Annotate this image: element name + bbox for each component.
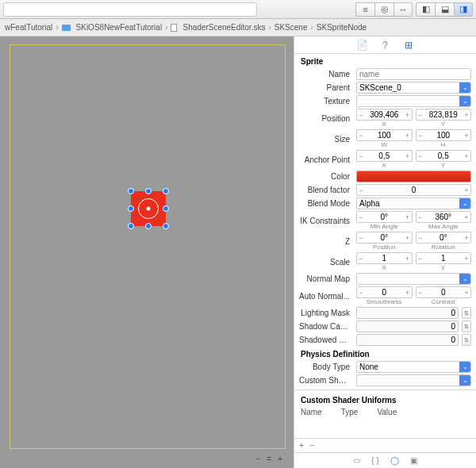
shadow-cast-field[interactable]: 0 — [356, 320, 459, 332]
scale-x-stepper[interactable]: −1+ — [356, 252, 413, 264]
z-rotation-stepper[interactable]: −0°+ — [416, 232, 472, 244]
breadcrumb-item[interactable]: wFeatTutorial — [5, 23, 52, 32]
resize-handle[interactable] — [128, 188, 134, 194]
breadcrumb-item[interactable]: SKiOS8NewFeatTutorial — [76, 23, 163, 32]
folder-icon — [62, 25, 71, 31]
stepper-icon[interactable]: ⇅ — [462, 334, 471, 346]
file-template-tab[interactable]: ▭ — [353, 456, 360, 465]
resize-handle[interactable] — [128, 223, 134, 229]
media-library-tab[interactable]: ▣ — [410, 456, 417, 465]
standard-editor-button[interactable]: ≡ — [355, 2, 374, 17]
add-uniform-button[interactable]: + — [299, 441, 304, 450]
field-label: Auto Normal... — [299, 292, 353, 301]
breadcrumb-item[interactable]: SKScene — [274, 23, 308, 32]
code-snippet-tab[interactable]: { } — [371, 456, 378, 465]
size-w-stepper[interactable]: −100+ — [356, 129, 413, 141]
resize-handle[interactable] — [128, 205, 134, 212]
editor-display-group: ≡ ◎ ↔ — [355, 2, 413, 17]
remove-uniform-button[interactable]: − — [310, 441, 315, 450]
field-label: Blend Mode — [299, 199, 353, 208]
zoom-fit-button[interactable]: = — [267, 455, 271, 463]
bottom-panel-toggle[interactable]: ⬓ — [435, 2, 454, 17]
canvas-zoom-controls: − = + — [255, 455, 282, 463]
chevron-down-icon: ⌄ — [459, 375, 470, 386]
resize-handle[interactable] — [163, 205, 169, 212]
z-position-stepper[interactable]: −0°+ — [356, 232, 413, 244]
position-y-stepper[interactable]: −823,819+ — [416, 109, 472, 121]
attributes-inspector-tab[interactable]: ⊞ — [402, 40, 414, 51]
left-panel-toggle[interactable]: ◧ — [416, 2, 435, 17]
breadcrumb[interactable]: wFeatTutorial› SKiOS8NewFeatTutorial› Sh… — [0, 19, 476, 36]
lighting-mask-field[interactable]: 0 — [356, 307, 459, 319]
scene-bounds — [10, 44, 286, 449]
scale-y-stepper[interactable]: −1+ — [416, 252, 472, 264]
assistant-editor-button[interactable]: ◎ — [374, 2, 393, 17]
uniforms-table-header: Name Type Value — [294, 406, 476, 418]
anchor-x-stepper[interactable]: −0,5+ — [356, 150, 413, 162]
section-header: Custom Shader Uniforms — [294, 393, 476, 406]
size-h-stepper[interactable]: −100+ — [416, 129, 472, 141]
blendfactor-stepper[interactable]: −0+ — [356, 184, 471, 196]
shadowed-mask-field[interactable]: 0 — [356, 334, 459, 346]
section-header: Sprite — [294, 54, 476, 67]
field-label: Body Type — [299, 363, 353, 371]
right-panel-toggle[interactable]: ◨ — [454, 2, 473, 17]
section-header: Physics Definition — [294, 347, 476, 360]
color-well[interactable] — [356, 171, 471, 182]
breadcrumb-item[interactable]: ShaderSceneEditor.sks — [182, 23, 265, 32]
field-label: Shadow Cast... — [299, 322, 353, 331]
stepper-icon[interactable]: ⇅ — [462, 320, 471, 332]
resize-handle[interactable] — [145, 223, 152, 229]
field-label: Normal Map — [299, 274, 353, 283]
zoom-in-button[interactable]: + — [278, 455, 282, 463]
sprite-node[interactable] — [131, 191, 166, 226]
field-label: Position — [299, 114, 353, 123]
chevron-down-icon: ⌄ — [459, 198, 470, 209]
smoothness-stepper[interactable]: −0+ — [356, 286, 413, 298]
version-editor-button[interactable]: ↔ — [393, 2, 413, 17]
resize-handle[interactable] — [163, 223, 169, 229]
field-label: Color — [299, 172, 353, 181]
blendmode-dropdown[interactable]: Alpha⌄ — [356, 198, 471, 209]
contrast-stepper[interactable]: −0+ — [416, 286, 472, 298]
ik-min-stepper[interactable]: −0°+ — [356, 211, 413, 223]
field-label: Size — [299, 135, 353, 144]
stepper-icon[interactable]: ⇅ — [462, 307, 471, 319]
position-x-stepper[interactable]: −309,406+ — [356, 109, 413, 121]
object-library-tab[interactable]: ◯ — [390, 456, 399, 465]
document-icon — [171, 24, 177, 32]
zoom-out-button[interactable]: − — [255, 455, 260, 463]
field-label: Shadowed M... — [299, 336, 353, 344]
field-label: IK Constraints — [299, 217, 353, 225]
field-label: Lighting Mask — [299, 309, 353, 317]
normalmap-dropdown[interactable]: ⌄ — [356, 273, 471, 285]
customshader-dropdown[interactable]: ⌄ — [356, 374, 471, 386]
field-label: Blend factor — [299, 186, 353, 194]
search-input[interactable] — [3, 2, 257, 17]
name-field[interactable] — [356, 68, 471, 80]
panel-toggle-group: ◧ ⬓ ◨ — [416, 2, 473, 17]
bodytype-dropdown[interactable]: None⌄ — [356, 361, 471, 373]
texture-dropdown[interactable]: ⌄ — [356, 95, 471, 107]
breadcrumb-item[interactable]: SKSpriteNode — [317, 23, 367, 32]
anchor-y-stepper[interactable]: −0,5+ — [416, 150, 472, 162]
chevron-down-icon: ⌄ — [459, 96, 470, 106]
inspector-tabs: 📄 ? ⊞ — [294, 36, 476, 54]
field-label: Name — [299, 70, 353, 79]
file-inspector-tab[interactable]: 📄 — [356, 40, 368, 51]
uniforms-add-remove: + − — [294, 438, 476, 452]
scene-canvas[interactable]: − = + — [0, 36, 294, 468]
main-split: − = + 📄 ? ⊞ Sprite Name Parent SKScene_0… — [0, 36, 476, 468]
inspector-panel: 📄 ? ⊞ Sprite Name Parent SKScene_0⌄ Text… — [294, 36, 476, 468]
resize-handle[interactable] — [163, 188, 169, 194]
field-label: Parent — [299, 83, 353, 92]
toolbar: ≡ ◎ ↔ ◧ ⬓ ◨ — [0, 0, 476, 19]
selected-sprite[interactable] — [131, 191, 166, 226]
chevron-down-icon: ⌄ — [459, 82, 470, 93]
help-inspector-tab[interactable]: ? — [379, 40, 391, 51]
parent-dropdown[interactable]: SKScene_0⌄ — [356, 82, 471, 94]
ik-max-stepper[interactable]: −360°+ — [416, 211, 472, 223]
resize-handle[interactable] — [145, 188, 152, 194]
chevron-down-icon: ⌄ — [459, 274, 470, 284]
chevron-down-icon: ⌄ — [459, 362, 470, 372]
